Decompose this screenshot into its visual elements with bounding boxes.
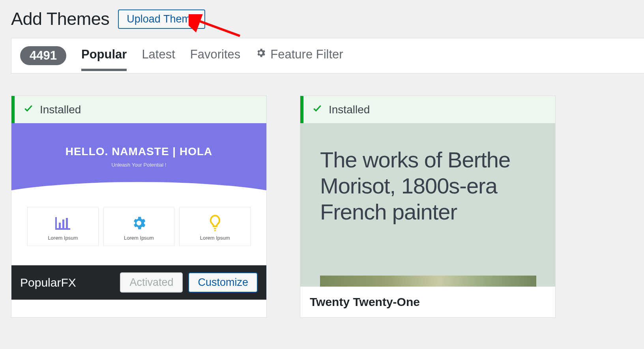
gear-icon — [255, 47, 266, 62]
theme-preview: The works of Berthe Morisot, 1800s-era F… — [300, 123, 555, 287]
theme-name: Twenty Twenty-One — [310, 295, 420, 308]
preview-card: Lorem Ipsum — [103, 207, 175, 246]
theme-footer: PopularFX Activated Customize — [11, 265, 266, 300]
preview-headline: The works of Berthe Morisot, 1800s-era F… — [320, 147, 536, 225]
tab-favorites[interactable]: Favorites — [190, 47, 240, 71]
tab-feature-filter-label: Feature Filter — [270, 47, 343, 62]
theme-footer: Twenty Twenty-One — [300, 287, 555, 317]
theme-name: PopularFX — [20, 276, 76, 289]
preview-tagline: Unleash Your Potential ! — [11, 162, 266, 168]
theme-card[interactable]: Installed HELLO. NAMASTE | HOLA Unleash … — [11, 96, 267, 318]
check-icon — [312, 103, 322, 116]
themes-grid: Installed HELLO. NAMASTE | HOLA Unleash … — [0, 73, 644, 318]
check-icon — [23, 103, 34, 116]
page-header: Add Themes Upload Theme — [0, 0, 644, 38]
gear-icon — [106, 214, 172, 232]
preview-card-label: Lorem Ipsum — [182, 235, 248, 241]
activated-button: Activated — [120, 272, 183, 293]
installed-banner: Installed — [300, 96, 555, 123]
tab-feature-filter[interactable]: Feature Filter — [255, 47, 343, 71]
tab-popular[interactable]: Popular — [81, 47, 127, 71]
tab-latest[interactable]: Latest — [142, 47, 175, 71]
preview-card-label: Lorem Ipsum — [106, 235, 172, 241]
svg-rect-2 — [59, 223, 61, 228]
chart-icon — [30, 214, 96, 232]
preview-card: Lorem Ipsum — [27, 207, 99, 246]
installed-label: Installed — [329, 103, 370, 116]
filter-bar: 4491 Popular Latest Favorites Feature Fi… — [11, 38, 644, 73]
theme-card[interactable]: Installed The works of Berthe Morisot, 1… — [300, 96, 556, 318]
lightbulb-icon — [182, 214, 248, 232]
preview-card: Lorem Ipsum — [179, 207, 251, 246]
upload-theme-button[interactable]: Upload Theme — [118, 9, 205, 29]
svg-rect-4 — [66, 218, 68, 228]
theme-preview: HELLO. NAMASTE | HOLA Unleash Your Poten… — [11, 123, 266, 265]
customize-button[interactable]: Customize — [188, 272, 258, 293]
page-title: Add Themes — [11, 9, 109, 29]
installed-banner: Installed — [11, 96, 266, 123]
preview-image — [320, 276, 536, 287]
svg-rect-3 — [62, 220, 64, 228]
theme-count-badge: 4491 — [20, 46, 66, 65]
theme-actions: Activated Customize — [120, 272, 258, 293]
preview-card-label: Lorem Ipsum — [30, 235, 96, 241]
installed-label: Installed — [40, 103, 81, 116]
preview-headline: HELLO. NAMASTE | HOLA — [11, 145, 266, 158]
